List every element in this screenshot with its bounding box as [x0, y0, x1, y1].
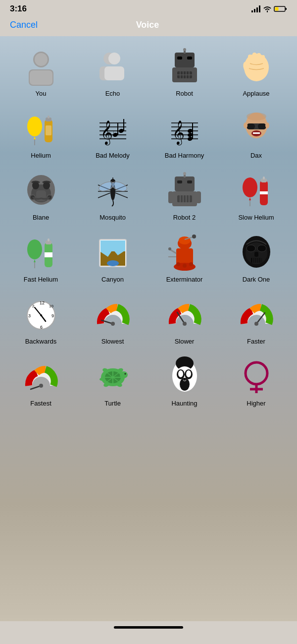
svg-point-9 — [35, 53, 48, 66]
svg-point-155 — [40, 314, 42, 316]
voice-item-you[interactable]: You — [5, 41, 77, 103]
applause-icon — [237, 47, 276, 87]
voice-item-faster[interactable]: Faster — [220, 289, 292, 351]
svg-point-159 — [183, 322, 187, 326]
slowest-label: Slowest — [101, 338, 124, 345]
svg-rect-2 — [256, 7, 258, 12]
svg-rect-3 — [259, 5, 260, 12]
voice-item-backwards[interactable]: 12 9 3 6 10 2 Backwards — [5, 289, 77, 351]
voice-item-helium[interactable]: Helium — [5, 103, 77, 165]
svg-rect-74 — [36, 190, 46, 201]
svg-rect-39 — [46, 125, 51, 135]
voice-item-exterminator[interactable]: Exterminator — [148, 227, 220, 289]
nav-title: Voice — [136, 20, 159, 30]
higher-label: Higher — [247, 400, 265, 407]
canyon-icon — [93, 233, 133, 273]
fastest-icon — [21, 357, 61, 397]
svg-rect-38 — [48, 116, 50, 118]
svg-point-172 — [99, 378, 104, 381]
slower-icon — [165, 295, 204, 335]
svg-rect-107 — [260, 189, 268, 191]
voice-item-robot2[interactable]: Robot 2 — [148, 165, 220, 227]
voice-item-slowest[interactable]: Slowest — [77, 289, 148, 351]
nav-bar: Cancel Voice — [0, 16, 297, 36]
status-time: 3:16 — [10, 4, 27, 14]
svg-point-185 — [246, 362, 267, 384]
svg-rect-138 — [254, 252, 258, 257]
haunting-icon — [165, 357, 204, 397]
voice-item-haunting[interactable]: Haunting — [148, 351, 220, 413]
svg-rect-139 — [251, 258, 262, 263]
svg-rect-63 — [247, 123, 255, 129]
fast-helium-label: Fast Helium — [24, 276, 58, 283]
you-icon — [21, 47, 61, 87]
voice-item-slow-helium[interactable]: Slow Helium — [220, 165, 292, 227]
svg-text:12: 12 — [40, 300, 45, 305]
svg-rect-105 — [263, 176, 265, 179]
dark-one-label: Dark One — [243, 276, 270, 283]
voice-item-bad-melody[interactable]: 𝄞 ♭ Bad Melody — [77, 103, 148, 165]
svg-point-125 — [192, 234, 196, 238]
status-icons — [251, 5, 287, 12]
svg-rect-93 — [187, 180, 192, 183]
svg-rect-92 — [177, 180, 182, 183]
voice-item-mosquito[interactable]: Mosquito — [77, 165, 148, 227]
turtle-label: Turtle — [104, 400, 121, 407]
svg-point-72 — [32, 181, 39, 189]
dax-icon — [237, 109, 276, 149]
svg-rect-19 — [177, 57, 182, 59]
bad-harmony-icon: 𝄞 — [165, 109, 204, 149]
svg-point-137 — [257, 245, 266, 252]
cancel-button[interactable]: Cancel — [10, 20, 38, 30]
you-label: You — [36, 90, 47, 97]
voice-item-turtle[interactable]: Turtle — [77, 351, 148, 413]
faster-label: Faster — [247, 338, 265, 345]
svg-rect-113 — [48, 238, 50, 241]
svg-rect-1 — [254, 9, 255, 12]
voice-item-applause[interactable]: Applause — [220, 41, 292, 103]
voice-item-canyon[interactable]: Canyon — [77, 227, 148, 289]
helium-label: Helium — [31, 152, 50, 159]
slow-helium-label: Slow Helium — [238, 214, 274, 221]
home-bar — [114, 626, 183, 629]
svg-rect-6 — [275, 7, 279, 11]
svg-point-182 — [178, 370, 183, 377]
bad-melody-icon: 𝄞 ♭ — [93, 109, 133, 149]
svg-point-120 — [107, 260, 119, 266]
svg-point-129 — [183, 264, 187, 268]
svg-point-69 — [247, 113, 266, 120]
voice-item-fast-helium[interactable]: Fast Helium — [5, 227, 77, 289]
svg-rect-14 — [104, 66, 124, 80]
voice-item-slower[interactable]: Slower — [148, 289, 220, 351]
voice-item-robot[interactable]: Robot — [148, 41, 220, 103]
voice-item-higher[interactable]: Higher — [220, 351, 292, 413]
backwards-label: Backwards — [25, 338, 57, 345]
voice-item-echo[interactable]: Echo — [77, 41, 148, 103]
voice-item-blane[interactable]: Blane — [5, 165, 77, 227]
svg-point-163 — [39, 384, 43, 388]
voice-item-bad-harmony[interactable]: 𝄞 Bad Harmony — [148, 103, 220, 165]
exterminator-label: Exterminator — [166, 276, 203, 283]
content-area: You Echo — [0, 36, 297, 621]
svg-point-128 — [176, 262, 180, 266]
turtle-icon — [93, 357, 133, 397]
slow-helium-icon — [237, 171, 276, 211]
mosquito-icon — [93, 171, 133, 211]
svg-rect-108 — [260, 194, 268, 196]
svg-rect-121 — [100, 240, 125, 251]
svg-rect-0 — [251, 10, 253, 12]
robot2-label: Robot 2 — [173, 214, 196, 221]
battery-icon — [274, 5, 287, 12]
voice-grid: You Echo — [0, 41, 297, 413]
svg-rect-94 — [168, 191, 173, 203]
exterminator-icon — [165, 233, 204, 273]
svg-text:𝄞: 𝄞 — [100, 120, 113, 146]
svg-point-184 — [180, 378, 190, 391]
voice-item-dark-one[interactable]: Dark One — [220, 227, 292, 289]
svg-point-132 — [168, 247, 171, 250]
voice-item-fastest[interactable]: Fastest — [5, 351, 77, 413]
bad-harmony-label: Bad Harmony — [165, 152, 204, 159]
svg-text:9: 9 — [51, 313, 54, 318]
canyon-label: Canyon — [101, 276, 124, 283]
voice-item-dax[interactable]: Dax — [220, 103, 292, 165]
